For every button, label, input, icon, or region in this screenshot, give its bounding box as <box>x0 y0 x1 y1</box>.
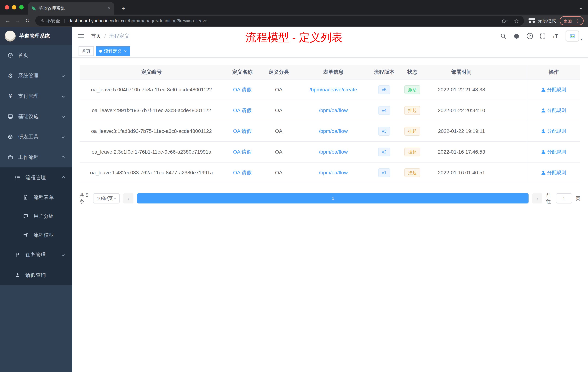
user-icon <box>15 273 21 278</box>
active-tag-dot <box>99 50 102 53</box>
version-badge: v1 <box>378 168 390 177</box>
sidebar-item-devtools[interactable]: 研发工具 <box>0 127 72 147</box>
form-link[interactable]: /bpm/oa/leave/create <box>309 87 357 92</box>
tag-process-definition[interactable]: 流程定义 × <box>96 46 130 56</box>
total-count-label: 共 5 条 <box>80 192 89 205</box>
current-page-button[interactable]: 1 <box>137 193 529 203</box>
page-size-select[interactable]: 10条/页 <box>93 193 120 203</box>
browser-menu-icon[interactable]: ⋮ <box>575 18 580 24</box>
window-minimize-button[interactable] <box>12 5 16 10</box>
cell-spacer <box>496 142 527 162</box>
version-badge: v5 <box>378 85 390 94</box>
sidebar-item-payment[interactable]: ¥ 支付管理 <box>0 86 72 106</box>
cell-operations: 分配规则 <box>527 121 580 142</box>
column-definition-name: 定义名称 <box>223 65 262 79</box>
update-browser-button[interactable]: 更新 ⋮ <box>560 16 584 25</box>
security-label[interactable]: 不安全 <box>47 18 60 24</box>
sidebar-item-infrastructure[interactable]: 基础设施 <box>0 106 72 127</box>
monitor-icon <box>7 114 13 119</box>
header-actions: ? TT ▾ <box>500 31 582 42</box>
cell-category: OA <box>262 100 296 121</box>
cell-deploy-time: 2022-01-22 20:34:10 <box>427 100 496 121</box>
next-page-button[interactable]: › <box>532 193 542 203</box>
assign-rule-link[interactable]: 分配规则 <box>541 128 566 134</box>
browser-tab-strip: 芋道管理系统 × + <box>0 0 588 15</box>
tab-title: 芋道管理系统 <box>39 5 105 11</box>
password-key-icon[interactable] <box>502 19 508 22</box>
sidebar-item-task-manage[interactable]: 任务管理 <box>0 245 72 265</box>
flag-icon <box>15 252 21 257</box>
form-link[interactable]: /bpm/oa/flow <box>319 149 348 155</box>
cell-definition-id: oa_leave:5:004b710b-7b8a-11ec-8ef0-acde4… <box>80 79 223 100</box>
column-form-info: 表单信息 <box>296 65 370 79</box>
new-tab-button[interactable]: + <box>119 5 127 12</box>
tab-search-icon[interactable] <box>580 7 583 10</box>
url-path: /bpm/manager/definition?key=oa_leave <box>128 18 207 23</box>
assign-rule-link[interactable]: 分配规则 <box>541 107 566 114</box>
cell-spacer <box>496 100 527 121</box>
cell-form: /bpm/oa/leave/create <box>296 79 370 100</box>
prev-page-button[interactable]: ‹ <box>123 193 134 203</box>
cell-definition-id: oa_leave:3:1fad3d93-7b75-11ec-a3c8-acde4… <box>80 121 223 142</box>
window-close-button[interactable] <box>5 5 9 10</box>
chat-icon <box>22 214 29 219</box>
sidebar-item-process-form[interactable]: 流程表单 <box>0 188 72 207</box>
form-link[interactable]: /bpm/oa/flow <box>319 108 348 113</box>
form-link[interactable]: /bpm/oa/flow <box>319 128 348 134</box>
github-icon[interactable] <box>513 33 520 39</box>
assign-rule-link[interactable]: 分配规则 <box>541 87 566 93</box>
sidebar: 芋道管理系统 首页 ⚙ 系统管理 ¥ 支付管理 <box>0 27 72 372</box>
search-icon[interactable] <box>500 33 506 39</box>
address-separator: | <box>64 18 65 23</box>
goto-page-input[interactable] <box>556 193 572 203</box>
browser-tab[interactable]: 芋道管理系统 × <box>28 2 114 15</box>
cell-category: OA <box>262 142 296 162</box>
logo-avatar <box>5 31 16 42</box>
window-zoom-button[interactable] <box>19 5 24 10</box>
avatar <box>566 31 579 42</box>
sidebar-logo[interactable]: 芋道管理系统 <box>0 27 72 45</box>
table-row: oa_leave:4:991f2193-7b7f-11ec-a3c8-acde4… <box>80 100 580 121</box>
address-bar[interactable]: ⚠ 不安全 | dashboard.yudao.iocoder.cn /bpm/… <box>35 16 524 26</box>
form-link[interactable]: /bpm/oa/flow <box>319 170 348 175</box>
sidebar-item-user-group[interactable]: 用户分组 <box>0 207 72 226</box>
reload-icon[interactable]: ↻ <box>22 18 32 23</box>
version-badge: v4 <box>378 106 390 115</box>
definition-name-link[interactable]: OA 请假 <box>233 170 252 175</box>
cell-version: v1 <box>370 162 398 183</box>
definition-name-link[interactable]: OA 请假 <box>233 128 252 134</box>
sidebar-item-home[interactable]: 首页 <box>0 45 72 66</box>
column-definition-id: 定义编号 <box>80 65 223 79</box>
sidebar-item-workflow[interactable]: 工作流程 <box>0 147 72 167</box>
font-size-icon[interactable]: TT <box>553 33 558 39</box>
forward-icon[interactable]: → <box>13 18 22 23</box>
sidebar-item-leave-query[interactable]: 请假查询 <box>0 265 72 285</box>
site-favicon-icon <box>32 6 36 10</box>
user-avatar-menu[interactable]: ▾ <box>566 31 582 42</box>
definition-name-link[interactable]: OA 请假 <box>233 149 252 155</box>
hamburger-menu-icon[interactable] <box>78 34 84 38</box>
version-badge: v3 <box>378 127 390 136</box>
chevron-up-icon <box>62 176 65 179</box>
sidebar-item-process-model[interactable]: 流程模型 <box>0 226 72 245</box>
assign-rule-link[interactable]: 分配规则 <box>541 169 566 176</box>
assign-rule-link[interactable]: 分配规则 <box>541 149 566 155</box>
tag-home[interactable]: 首页 <box>79 46 94 56</box>
definition-name-link[interactable]: OA 请假 <box>233 87 252 92</box>
fullscreen-icon[interactable] <box>540 33 546 39</box>
cell-category: OA <box>262 79 296 100</box>
column-definition-category: 定义分类 <box>262 65 296 79</box>
back-icon[interactable]: ← <box>3 18 13 23</box>
bookmark-star-icon[interactable]: ☆ <box>514 18 519 24</box>
sidebar-item-system[interactable]: ⚙ 系统管理 <box>0 66 72 86</box>
breadcrumb-separator: / <box>104 33 106 39</box>
cell-version: v5 <box>370 79 398 100</box>
tag-close-icon[interactable]: × <box>124 49 127 54</box>
cell-form: /bpm/oa/flow <box>296 100 370 121</box>
definition-name-link[interactable]: OA 请假 <box>233 108 252 113</box>
tab-close-icon[interactable]: × <box>108 6 111 11</box>
help-icon[interactable]: ? <box>527 33 533 39</box>
sidebar-item-process-manage[interactable]: 流程管理 <box>0 167 72 188</box>
chevron-up-icon <box>62 156 65 159</box>
breadcrumb-home[interactable]: 首页 <box>91 33 101 40</box>
